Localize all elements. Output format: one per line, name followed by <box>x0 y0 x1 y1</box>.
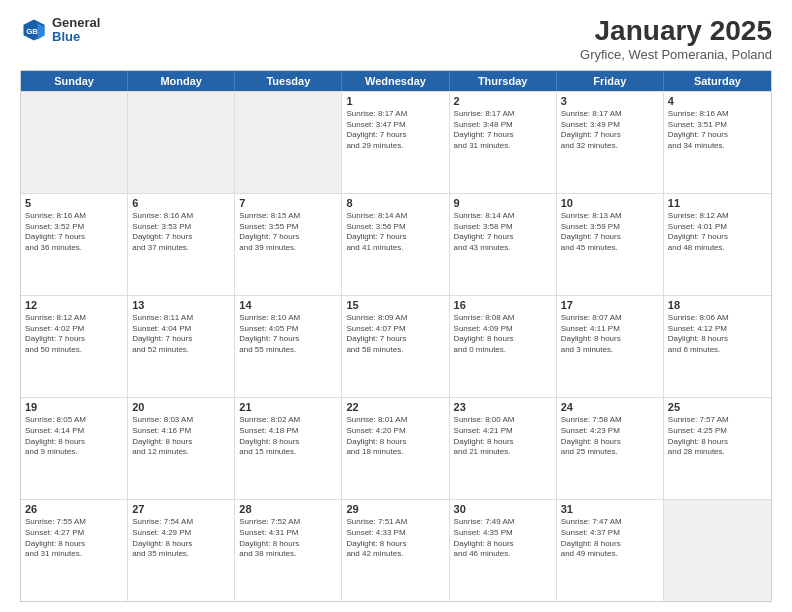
calendar-cell: 29Sunrise: 7:51 AM Sunset: 4:33 PM Dayli… <box>342 500 449 601</box>
logo-general: General <box>52 16 100 30</box>
day-info: Sunrise: 8:11 AM Sunset: 4:04 PM Dayligh… <box>132 313 230 356</box>
day-number: 6 <box>132 197 230 209</box>
day-number: 12 <box>25 299 123 311</box>
day-info: Sunrise: 8:03 AM Sunset: 4:16 PM Dayligh… <box>132 415 230 458</box>
day-info: Sunrise: 7:47 AM Sunset: 4:37 PM Dayligh… <box>561 517 659 560</box>
calendar-week-5: 26Sunrise: 7:55 AM Sunset: 4:27 PM Dayli… <box>21 499 771 601</box>
day-info: Sunrise: 8:17 AM Sunset: 3:49 PM Dayligh… <box>561 109 659 152</box>
day-number: 25 <box>668 401 767 413</box>
calendar-cell: 1Sunrise: 8:17 AM Sunset: 3:47 PM Daylig… <box>342 92 449 193</box>
day-info: Sunrise: 8:08 AM Sunset: 4:09 PM Dayligh… <box>454 313 552 356</box>
calendar-cell: 2Sunrise: 8:17 AM Sunset: 3:48 PM Daylig… <box>450 92 557 193</box>
day-number: 3 <box>561 95 659 107</box>
day-number: 29 <box>346 503 444 515</box>
calendar-cell: 13Sunrise: 8:11 AM Sunset: 4:04 PM Dayli… <box>128 296 235 397</box>
day-info: Sunrise: 8:12 AM Sunset: 4:02 PM Dayligh… <box>25 313 123 356</box>
title-block: January 2025 Gryfice, West Pomerania, Po… <box>580 16 772 62</box>
day-number: 22 <box>346 401 444 413</box>
day-info: Sunrise: 8:17 AM Sunset: 3:48 PM Dayligh… <box>454 109 552 152</box>
header-day-sunday: Sunday <box>21 71 128 91</box>
day-info: Sunrise: 7:55 AM Sunset: 4:27 PM Dayligh… <box>25 517 123 560</box>
calendar-cell: 5Sunrise: 8:16 AM Sunset: 3:52 PM Daylig… <box>21 194 128 295</box>
day-info: Sunrise: 8:14 AM Sunset: 3:58 PM Dayligh… <box>454 211 552 254</box>
calendar-cell: 9Sunrise: 8:14 AM Sunset: 3:58 PM Daylig… <box>450 194 557 295</box>
calendar-cell: 31Sunrise: 7:47 AM Sunset: 4:37 PM Dayli… <box>557 500 664 601</box>
calendar-cell: 19Sunrise: 8:05 AM Sunset: 4:14 PM Dayli… <box>21 398 128 499</box>
calendar-cell: 6Sunrise: 8:16 AM Sunset: 3:53 PM Daylig… <box>128 194 235 295</box>
calendar-cell: 10Sunrise: 8:13 AM Sunset: 3:59 PM Dayli… <box>557 194 664 295</box>
day-info: Sunrise: 7:57 AM Sunset: 4:25 PM Dayligh… <box>668 415 767 458</box>
day-number: 14 <box>239 299 337 311</box>
day-number: 26 <box>25 503 123 515</box>
calendar-cell: 17Sunrise: 8:07 AM Sunset: 4:11 PM Dayli… <box>557 296 664 397</box>
day-number: 20 <box>132 401 230 413</box>
day-info: Sunrise: 8:13 AM Sunset: 3:59 PM Dayligh… <box>561 211 659 254</box>
header-day-thursday: Thursday <box>450 71 557 91</box>
page: GB General Blue January 2025 Gryfice, We… <box>0 0 792 612</box>
calendar-week-2: 5Sunrise: 8:16 AM Sunset: 3:52 PM Daylig… <box>21 193 771 295</box>
day-number: 30 <box>454 503 552 515</box>
calendar-cell: 25Sunrise: 7:57 AM Sunset: 4:25 PM Dayli… <box>664 398 771 499</box>
day-info: Sunrise: 7:58 AM Sunset: 4:23 PM Dayligh… <box>561 415 659 458</box>
calendar-cell: 8Sunrise: 8:14 AM Sunset: 3:56 PM Daylig… <box>342 194 449 295</box>
calendar-cell: 18Sunrise: 8:06 AM Sunset: 4:12 PM Dayli… <box>664 296 771 397</box>
day-info: Sunrise: 8:16 AM Sunset: 3:53 PM Dayligh… <box>132 211 230 254</box>
day-number: 5 <box>25 197 123 209</box>
day-number: 27 <box>132 503 230 515</box>
day-info: Sunrise: 8:06 AM Sunset: 4:12 PM Dayligh… <box>668 313 767 356</box>
calendar-cell: 28Sunrise: 7:52 AM Sunset: 4:31 PM Dayli… <box>235 500 342 601</box>
day-number: 17 <box>561 299 659 311</box>
calendar-cell <box>21 92 128 193</box>
day-info: Sunrise: 8:16 AM Sunset: 3:52 PM Dayligh… <box>25 211 123 254</box>
header-day-wednesday: Wednesday <box>342 71 449 91</box>
calendar-subtitle: Gryfice, West Pomerania, Poland <box>580 47 772 62</box>
day-number: 11 <box>668 197 767 209</box>
calendar-week-3: 12Sunrise: 8:12 AM Sunset: 4:02 PM Dayli… <box>21 295 771 397</box>
calendar-cell: 21Sunrise: 8:02 AM Sunset: 4:18 PM Dayli… <box>235 398 342 499</box>
day-number: 7 <box>239 197 337 209</box>
day-number: 16 <box>454 299 552 311</box>
header: GB General Blue January 2025 Gryfice, We… <box>20 16 772 62</box>
day-info: Sunrise: 8:16 AM Sunset: 3:51 PM Dayligh… <box>668 109 767 152</box>
calendar-cell: 12Sunrise: 8:12 AM Sunset: 4:02 PM Dayli… <box>21 296 128 397</box>
calendar-cell: 14Sunrise: 8:10 AM Sunset: 4:05 PM Dayli… <box>235 296 342 397</box>
day-number: 24 <box>561 401 659 413</box>
calendar: SundayMondayTuesdayWednesdayThursdayFrid… <box>20 70 772 602</box>
calendar-cell: 3Sunrise: 8:17 AM Sunset: 3:49 PM Daylig… <box>557 92 664 193</box>
day-number: 19 <box>25 401 123 413</box>
calendar-cell: 16Sunrise: 8:08 AM Sunset: 4:09 PM Dayli… <box>450 296 557 397</box>
header-day-friday: Friday <box>557 71 664 91</box>
calendar-cell: 11Sunrise: 8:12 AM Sunset: 4:01 PM Dayli… <box>664 194 771 295</box>
calendar-week-1: 1Sunrise: 8:17 AM Sunset: 3:47 PM Daylig… <box>21 91 771 193</box>
calendar-cell <box>235 92 342 193</box>
day-number: 10 <box>561 197 659 209</box>
day-number: 23 <box>454 401 552 413</box>
day-number: 1 <box>346 95 444 107</box>
calendar-cell: 27Sunrise: 7:54 AM Sunset: 4:29 PM Dayli… <box>128 500 235 601</box>
day-number: 9 <box>454 197 552 209</box>
logo: GB General Blue <box>20 16 100 45</box>
logo-text: General Blue <box>52 16 100 45</box>
calendar-header: SundayMondayTuesdayWednesdayThursdayFrid… <box>21 71 771 91</box>
day-number: 31 <box>561 503 659 515</box>
logo-blue: Blue <box>52 30 100 44</box>
day-number: 15 <box>346 299 444 311</box>
day-info: Sunrise: 8:15 AM Sunset: 3:55 PM Dayligh… <box>239 211 337 254</box>
day-number: 21 <box>239 401 337 413</box>
day-info: Sunrise: 8:17 AM Sunset: 3:47 PM Dayligh… <box>346 109 444 152</box>
calendar-cell <box>128 92 235 193</box>
day-info: Sunrise: 7:54 AM Sunset: 4:29 PM Dayligh… <box>132 517 230 560</box>
day-info: Sunrise: 7:51 AM Sunset: 4:33 PM Dayligh… <box>346 517 444 560</box>
day-info: Sunrise: 8:09 AM Sunset: 4:07 PM Dayligh… <box>346 313 444 356</box>
day-info: Sunrise: 7:49 AM Sunset: 4:35 PM Dayligh… <box>454 517 552 560</box>
day-number: 18 <box>668 299 767 311</box>
calendar-cell: 23Sunrise: 8:00 AM Sunset: 4:21 PM Dayli… <box>450 398 557 499</box>
day-info: Sunrise: 8:14 AM Sunset: 3:56 PM Dayligh… <box>346 211 444 254</box>
calendar-cell: 15Sunrise: 8:09 AM Sunset: 4:07 PM Dayli… <box>342 296 449 397</box>
calendar-cell: 24Sunrise: 7:58 AM Sunset: 4:23 PM Dayli… <box>557 398 664 499</box>
calendar-title: January 2025 <box>580 16 772 47</box>
day-info: Sunrise: 8:07 AM Sunset: 4:11 PM Dayligh… <box>561 313 659 356</box>
day-info: Sunrise: 7:52 AM Sunset: 4:31 PM Dayligh… <box>239 517 337 560</box>
day-info: Sunrise: 8:12 AM Sunset: 4:01 PM Dayligh… <box>668 211 767 254</box>
day-info: Sunrise: 8:10 AM Sunset: 4:05 PM Dayligh… <box>239 313 337 356</box>
